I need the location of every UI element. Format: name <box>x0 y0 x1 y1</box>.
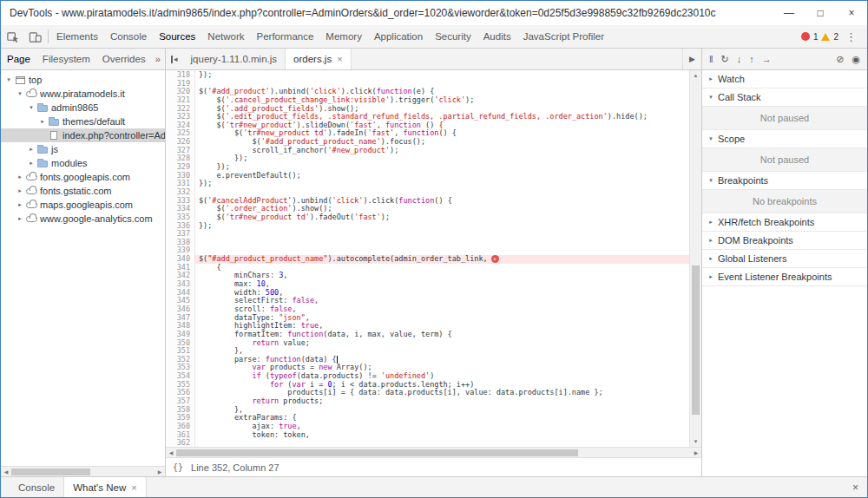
close-drawer-icon[interactable]: × <box>844 477 867 497</box>
expander-icon[interactable]: ▾ <box>707 177 714 184</box>
section-call-stack[interactable]: ▾Call Stack <box>702 88 867 107</box>
expander-icon[interactable]: ▾ <box>27 104 36 111</box>
expander-icon[interactable]: ▾ <box>707 135 714 142</box>
tab-console[interactable]: Console <box>104 25 153 48</box>
expander-icon[interactable]: ▸ <box>16 215 24 222</box>
close-tab-icon[interactable]: × <box>337 54 342 64</box>
tree-item-www-google-analytics-com[interactable]: ▸www.google-analytics.com <box>1 212 165 226</box>
tree-item-maps-googleapis-com[interactable]: ▸maps.googleapis.com <box>1 198 165 212</box>
scroll-down-icon[interactable]: ▼ <box>690 436 701 447</box>
expander-icon[interactable]: ▸ <box>27 160 36 167</box>
devtools-menu-icon[interactable]: ⋮ <box>842 30 860 43</box>
expander-icon[interactable]: ▸ <box>707 255 714 262</box>
scrollbar-track[interactable] <box>690 81 701 436</box>
expander-icon[interactable]: ▸ <box>707 273 714 280</box>
section-event-listener-breakpoints[interactable]: ▸Event Listener Breakpoints <box>702 268 867 286</box>
tab-performance[interactable]: Performance <box>251 25 320 48</box>
navigator-toggle-icon[interactable]: ◂ <box>166 49 183 69</box>
minimize-button[interactable]: — <box>773 1 805 25</box>
scrollbar-track[interactable] <box>11 469 155 475</box>
expander-icon[interactable]: ▸ <box>16 201 24 208</box>
tab-network[interactable]: Network <box>201 25 250 48</box>
tree-item-modules[interactable]: ▸modules <box>1 156 165 170</box>
tree-item-fonts-gstatic-com[interactable]: ▸fonts.gstatic.com <box>1 184 165 198</box>
tab-memory[interactable]: Memory <box>319 25 368 48</box>
scroll-left-icon[interactable]: ◀ <box>1 469 11 475</box>
sidebar-tab-overrides[interactable]: Overrides <box>96 49 152 69</box>
section-global-listeners[interactable]: ▸Global Listeners <box>702 250 867 268</box>
expander-icon[interactable]: ▸ <box>27 146 36 153</box>
pretty-print-icon[interactable]: {} <box>173 462 183 472</box>
code-line[interactable]: $("#add_product_product_name").autocompl… <box>195 255 689 264</box>
expander-icon[interactable]: ▾ <box>4 76 13 83</box>
expander-icon[interactable]: ▾ <box>707 94 714 101</box>
pause-on-exceptions-icon[interactable]: ◉ <box>852 55 860 64</box>
tree-item-js[interactable]: ▸js <box>1 142 165 156</box>
debugger-panel-toggle-icon[interactable]: ▶ <box>682 49 701 69</box>
sidebar-hscrollbar[interactable]: ◀ ▶ <box>1 466 165 476</box>
error-icon[interactable]: × <box>491 255 499 263</box>
tab-application[interactable]: Application <box>368 25 429 48</box>
code-line[interactable] <box>195 239 689 247</box>
scroll-right-icon[interactable]: ▶ <box>691 449 701 455</box>
code-line[interactable]: }); <box>195 154 689 163</box>
section-watch[interactable]: ▸Watch <box>702 70 867 88</box>
tab-overflow-icon[interactable]: » <box>152 54 164 64</box>
line-number[interactable]: 362 <box>166 439 190 447</box>
code-line[interactable]: }); <box>195 180 689 188</box>
expander-icon[interactable]: ▸ <box>707 237 714 244</box>
code-line[interactable]: }); <box>195 71 689 80</box>
step-out-icon[interactable]: ↑ <box>749 55 754 64</box>
expander-icon[interactable]: ▾ <box>16 90 24 97</box>
warning-count[interactable]: 2 <box>833 32 838 42</box>
error-count[interactable]: 1 <box>813 32 819 42</box>
step-icon[interactable]: → <box>762 55 772 64</box>
tree-item-fonts-googleapis-com[interactable]: ▸fonts.googleapis.com <box>1 170 165 184</box>
expander-icon[interactable]: ▸ <box>38 118 47 125</box>
code-line[interactable]: e.preventDefault(); <box>195 172 689 180</box>
expander-icon[interactable]: ▸ <box>707 75 714 82</box>
editor-hscrollbar[interactable]: ◀ ▶ <box>166 447 701 457</box>
tree-item-top[interactable]: ▾top <box>1 73 165 87</box>
device-toolbar-icon[interactable] <box>23 25 46 48</box>
code-line[interactable]: $('tr#new_product td').fadeOut('fast'); <box>195 213 689 222</box>
tree-item-admin9865[interactable]: ▾admin9865 <box>1 101 165 115</box>
code-line[interactable]: token: token, <box>195 431 689 440</box>
tree-item-themes-default[interactable]: ▸themes/default <box>1 115 165 128</box>
scroll-right-icon[interactable]: ▶ <box>155 469 165 475</box>
sidebar-tab-page[interactable]: Page <box>1 49 36 69</box>
section-breakpoints[interactable]: ▾Breakpoints <box>702 172 867 190</box>
close-tab-icon[interactable]: × <box>131 482 136 493</box>
scroll-left-icon[interactable]: ◀ <box>166 449 176 455</box>
code-line[interactable]: return products; <box>195 397 689 406</box>
tab-audits[interactable]: Audits <box>477 25 517 48</box>
code-editor[interactable]: });$('#add_product').unbind('click').cli… <box>195 70 689 447</box>
drawer-tab-console[interactable]: Console <box>10 477 63 497</box>
section-dom-breakpoints[interactable]: ▸DOM Breakpoints <box>702 232 867 250</box>
tab-elements[interactable]: Elements <box>50 25 104 48</box>
code-line[interactable]: scroll_if_anchor('#new_product'); <box>195 147 689 155</box>
editor-tab-orders-js[interactable]: orders.js× <box>286 49 352 69</box>
editor-tab-jquery-1-11-0-min-js[interactable]: jquery-1.11.0.min.js <box>183 49 286 69</box>
deactivate-breakpoints-icon[interactable]: ⊘ <box>836 55 844 64</box>
tab-javascript-profiler[interactable]: JavaScript Profiler <box>517 25 610 48</box>
tab-sources[interactable]: Sources <box>153 25 201 48</box>
maximize-button[interactable]: □ <box>805 1 836 25</box>
expander-icon[interactable]: ▸ <box>707 219 714 226</box>
error-badge-icon[interactable] <box>801 32 810 41</box>
tree-item-www-piratamodels-it[interactable]: ▾www.piratamodels.it <box>1 87 165 101</box>
warning-badge-icon[interactable] <box>821 33 830 41</box>
drawer-tab-what-s-new[interactable]: What's New× <box>63 477 146 497</box>
tree-item-index-php-controller-adminorde[interactable]: index.php?controller=AdminOrde <box>1 128 165 142</box>
expander-icon[interactable]: ▸ <box>16 174 24 180</box>
code-line[interactable]: return value; <box>195 339 689 348</box>
code-line[interactable] <box>195 439 689 447</box>
scrollbar-thumb[interactable] <box>11 469 90 475</box>
section-scope[interactable]: ▾Scope <box>702 130 867 148</box>
step-over-icon[interactable]: ↻ <box>721 55 729 64</box>
code-line[interactable] <box>195 230 689 239</box>
scrollbar-track[interactable] <box>176 449 691 456</box>
pause-icon[interactable]: ‖ <box>709 55 713 64</box>
inspect-icon[interactable] <box>1 25 23 48</box>
section-xhr-fetch-breakpoints[interactable]: ▸XHR/fetch Breakpoints <box>702 213 867 232</box>
